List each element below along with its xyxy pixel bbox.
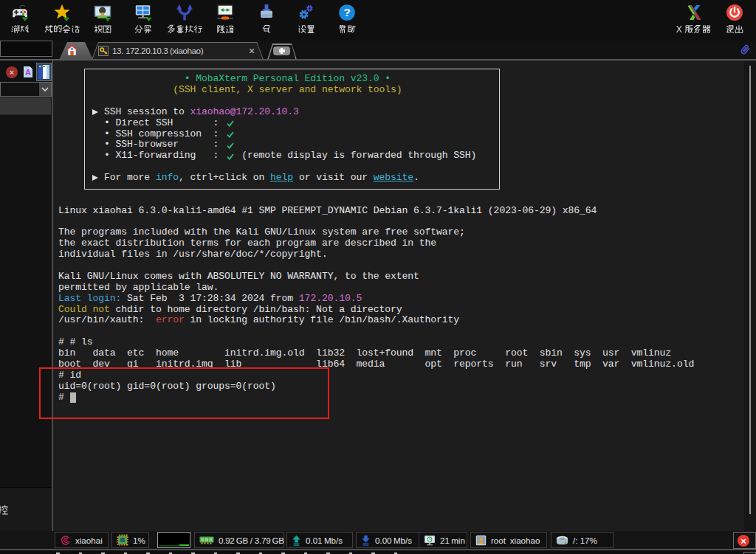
svg-text:?: ?: [343, 6, 350, 18]
svg-text:A: A: [25, 68, 31, 77]
